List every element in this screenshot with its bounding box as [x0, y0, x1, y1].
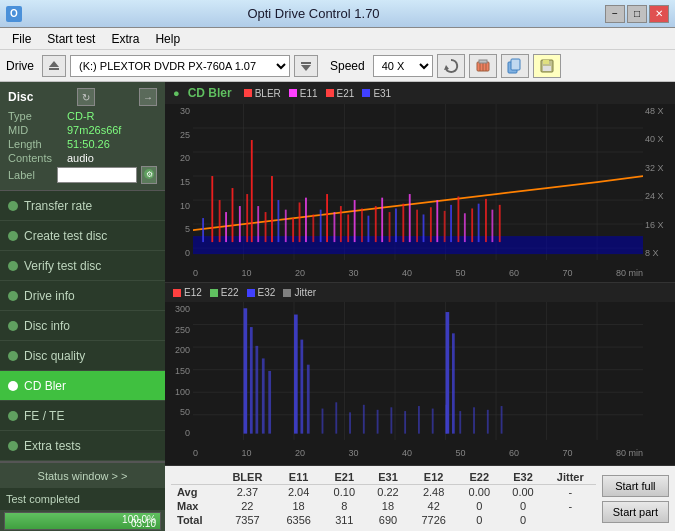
- titlebar-controls: − □ ✕: [605, 5, 669, 23]
- disc-length-value: 51:50.26: [67, 138, 110, 150]
- menubar: File Start test Extra Help: [0, 28, 675, 50]
- total-bler: 7357: [220, 513, 275, 527]
- x-label-0: 0: [193, 268, 198, 278]
- svg-rect-0: [49, 68, 59, 70]
- chart1-header: ● CD Bler BLER E11 E21: [165, 82, 675, 104]
- col-header-e31: E31: [366, 470, 410, 485]
- col-header-e11: E11: [275, 470, 323, 485]
- start-part-button[interactable]: Start part: [602, 501, 669, 523]
- avg-e22: 0.00: [457, 485, 501, 500]
- refresh-button[interactable]: [437, 54, 465, 78]
- svg-rect-100: [363, 405, 365, 434]
- svg-rect-63: [416, 210, 418, 242]
- chart1-svg: [193, 104, 643, 260]
- erase-button[interactable]: [469, 54, 497, 78]
- svg-rect-102: [390, 407, 392, 433]
- col-header-e22: E22: [457, 470, 501, 485]
- close-button[interactable]: ✕: [649, 5, 669, 23]
- status-window-button[interactable]: Status window > >: [0, 462, 165, 488]
- chart1-title: CD Bler: [188, 86, 232, 100]
- menu-extra[interactable]: Extra: [103, 30, 147, 48]
- total-e12: 7726: [410, 513, 458, 527]
- disc-label-input[interactable]: [57, 167, 137, 183]
- y-label-right-8: 8 X: [643, 248, 675, 258]
- svg-rect-98: [335, 402, 337, 433]
- y-label-15: 15: [165, 177, 193, 187]
- sidebar-item-extra-tests[interactable]: Extra tests: [0, 431, 165, 461]
- chart1-body: 0 5 10 15 20 25 30 8 X 16 X 24 X 32 X: [165, 104, 675, 278]
- row-total-label: Total: [171, 513, 220, 527]
- y-label-0: 0: [165, 248, 193, 258]
- sidebar-item-create-test-disc[interactable]: Create test disc: [0, 221, 165, 251]
- drive-selector[interactable]: (K:) PLEXTOR DVDR PX-760A 1.07: [70, 55, 290, 77]
- legend-e22-dot: [210, 289, 218, 297]
- svg-rect-9: [479, 60, 487, 63]
- legend-bler: BLER: [244, 88, 281, 99]
- drive-load-icon[interactable]: [294, 55, 318, 77]
- avg-bler: 2.37: [220, 485, 275, 500]
- svg-rect-99: [349, 412, 351, 433]
- save-button[interactable]: [533, 54, 561, 78]
- disc-action-button[interactable]: →: [139, 88, 157, 106]
- sidebar-item-drive-info[interactable]: Drive info: [0, 281, 165, 311]
- svg-rect-101: [377, 410, 379, 434]
- svg-marker-1: [49, 61, 59, 67]
- avg-e31: 0.22: [366, 485, 410, 500]
- start-full-button[interactable]: Start full: [602, 475, 669, 497]
- svg-rect-32: [202, 218, 204, 242]
- nav-label-drive-info: Drive info: [24, 289, 75, 303]
- svg-rect-35: [225, 212, 227, 242]
- sidebar-item-transfer-rate[interactable]: Transfer rate: [0, 191, 165, 221]
- chart2-body: 0 50 100 150 200 250 300 0 10 20 30: [165, 302, 675, 458]
- total-e22: 0: [457, 513, 501, 527]
- svg-rect-89: [244, 308, 248, 433]
- disc-label-key: Label: [8, 169, 53, 181]
- maximize-button[interactable]: □: [627, 5, 647, 23]
- sidebar-item-fe-te[interactable]: FE / TE: [0, 401, 165, 431]
- svg-rect-90: [250, 327, 253, 434]
- drive-eject-icon[interactable]: [42, 55, 66, 77]
- chart2-x-axis: 0 10 20 30 40 50 60 70 80 min: [193, 448, 643, 458]
- disc-contents-key: Contents: [8, 152, 63, 164]
- x-label-20: 20: [295, 268, 305, 278]
- menu-file[interactable]: File: [4, 30, 39, 48]
- minimize-button[interactable]: −: [605, 5, 625, 23]
- svg-rect-54: [354, 200, 356, 242]
- nav-dot: [8, 351, 18, 361]
- total-e31: 690: [366, 513, 410, 527]
- sidebar-item-disc-quality[interactable]: Disc quality: [0, 341, 165, 371]
- sidebar-item-verify-test-disc[interactable]: Verify test disc: [0, 251, 165, 281]
- svg-rect-103: [404, 411, 406, 434]
- svg-rect-67: [444, 211, 446, 242]
- x2-label-80: 80 min: [616, 448, 643, 458]
- disc-label-icon-button[interactable]: ⚙: [141, 166, 157, 184]
- charts-area: ● CD Bler BLER E11 E21: [165, 82, 675, 466]
- max-e12: 42: [410, 499, 458, 513]
- disc-label-row: Label ⚙: [8, 166, 157, 184]
- menu-help[interactable]: Help: [147, 30, 188, 48]
- y-label-10: 10: [165, 201, 193, 211]
- svg-rect-109: [487, 410, 489, 434]
- copy-button[interactable]: [501, 54, 529, 78]
- nav-dot: [8, 441, 18, 451]
- chart1-y-axis: 0 5 10 15 20 25 30: [165, 104, 193, 260]
- sidebar-item-disc-info[interactable]: Disc info: [0, 311, 165, 341]
- x-label-50: 50: [455, 268, 465, 278]
- svg-rect-56: [367, 216, 369, 242]
- disc-contents-value: audio: [67, 152, 94, 164]
- row-max-label: Max: [171, 499, 220, 513]
- max-e11: 18: [275, 499, 323, 513]
- svg-rect-107: [459, 411, 461, 434]
- menu-start-test[interactable]: Start test: [39, 30, 103, 48]
- svg-rect-73: [485, 199, 487, 242]
- disc-refresh-button[interactable]: ↻: [77, 88, 95, 106]
- legend-e31-dot: [362, 89, 370, 97]
- svg-rect-64: [423, 214, 425, 242]
- speed-label: Speed: [330, 59, 365, 73]
- svg-rect-108: [473, 407, 475, 433]
- y2-label-50: 50: [165, 407, 193, 417]
- speed-selector[interactable]: 40 X: [373, 55, 433, 77]
- sidebar-item-cd-bler[interactable]: CD Bler: [0, 371, 165, 401]
- drive-label: Drive: [6, 59, 34, 73]
- chart-bler-top: ● CD Bler BLER E11 E21: [165, 82, 675, 283]
